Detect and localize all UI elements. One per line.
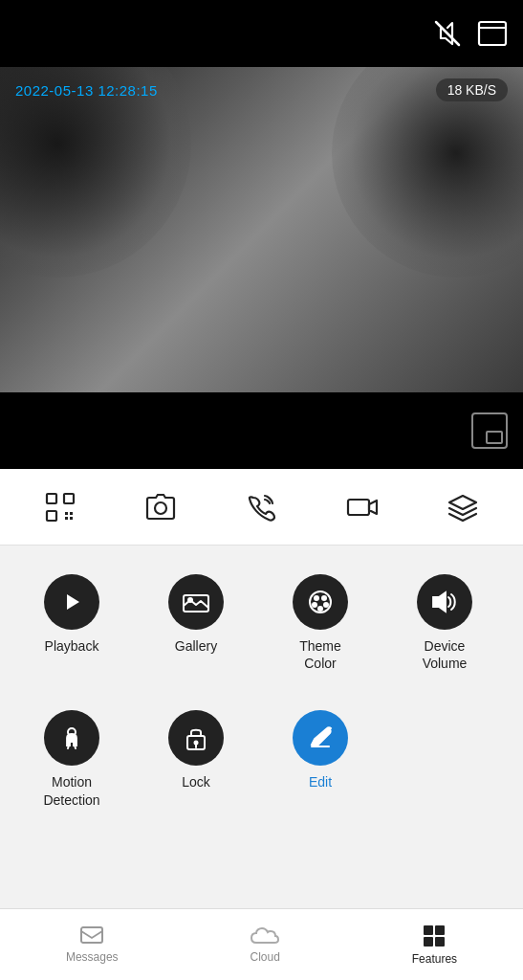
bottom-nav: Messages Cloud Features	[0, 908, 523, 980]
svg-rect-29	[81, 927, 102, 943]
gallery-label: Gallery	[175, 637, 217, 655]
theme-color-button[interactable]: ThemeColor	[258, 565, 382, 681]
cloud-nav-label: Cloud	[250, 950, 279, 964]
camera-feed: 2022-05-13 12:28:15 18 KB/S	[0, 67, 523, 392]
svg-point-16	[314, 595, 319, 601]
lock-button[interactable]: Lock	[134, 701, 258, 817]
record-button[interactable]	[341, 486, 383, 528]
svg-rect-9	[70, 517, 73, 520]
menu-grid: Playback Gallery	[0, 546, 523, 908]
theme-color-label: ThemeColor	[299, 637, 341, 672]
svg-rect-7	[70, 512, 73, 515]
mute-icon[interactable]	[433, 19, 462, 48]
features-nav-label: Features	[412, 952, 457, 966]
motion-detection-label: MotionDetection	[43, 773, 99, 808]
svg-rect-11	[348, 500, 369, 515]
svg-point-18	[312, 602, 317, 608]
play-icon	[44, 574, 99, 630]
nav-messages[interactable]: Messages	[51, 918, 134, 971]
lock-label: Lock	[182, 773, 210, 791]
svg-rect-32	[424, 937, 433, 947]
photo-button[interactable]	[140, 486, 182, 528]
device-volume-button[interactable]: DeviceVolume	[382, 565, 507, 681]
svg-line-0	[436, 22, 459, 45]
camera-timestamp: 2022-05-13 12:28:15	[15, 82, 158, 99]
svg-point-10	[155, 502, 166, 514]
messages-nav-label: Messages	[66, 950, 119, 964]
call-button[interactable]	[240, 486, 282, 528]
svg-rect-31	[435, 925, 445, 935]
message-icon	[79, 925, 104, 947]
device-volume-label: DeviceVolume	[423, 637, 468, 672]
playback-button[interactable]: Playback	[10, 565, 134, 681]
svg-point-20	[317, 606, 323, 612]
nav-cloud[interactable]: Cloud	[234, 918, 294, 971]
top-bar	[0, 0, 523, 67]
features-icon	[422, 924, 447, 948]
layers-button[interactable]	[442, 486, 484, 528]
svg-point-17	[321, 595, 327, 601]
gallery-button[interactable]: Gallery	[134, 565, 258, 681]
scan-button[interactable]	[39, 486, 81, 528]
palette-icon	[293, 574, 348, 630]
edit-icon	[293, 710, 348, 766]
volume-icon	[417, 574, 472, 630]
svg-rect-1	[479, 22, 506, 45]
svg-rect-4	[64, 494, 74, 503]
black-bar	[0, 392, 523, 469]
motion-icon	[44, 710, 99, 766]
menu-row-1: Playback Gallery	[10, 565, 513, 681]
svg-marker-12	[67, 594, 79, 610]
playback-label: Playback	[45, 637, 99, 655]
svg-rect-5	[47, 511, 56, 521]
toolbar	[0, 469, 523, 546]
menu-row-2: MotionDetection Lock Edit	[10, 701, 513, 817]
fullscreen-icon[interactable]	[477, 20, 508, 47]
lock-icon	[168, 710, 224, 766]
edit-label: Edit	[309, 773, 332, 791]
svg-rect-8	[65, 517, 68, 520]
svg-rect-3	[47, 494, 56, 503]
svg-rect-6	[65, 512, 68, 515]
svg-point-14	[187, 597, 193, 603]
svg-rect-30	[424, 925, 433, 935]
svg-point-19	[323, 602, 329, 608]
edit-button[interactable]: Edit	[258, 701, 382, 817]
camera-speed: 18 KB/S	[436, 78, 508, 101]
nav-features[interactable]: Features	[397, 916, 472, 973]
gallery-icon	[168, 574, 224, 630]
cloud-icon	[251, 925, 279, 947]
motion-detection-button[interactable]: MotionDetection	[10, 701, 134, 817]
svg-marker-21	[433, 592, 446, 612]
pip-icon[interactable]	[471, 412, 508, 449]
svg-rect-33	[435, 937, 445, 947]
